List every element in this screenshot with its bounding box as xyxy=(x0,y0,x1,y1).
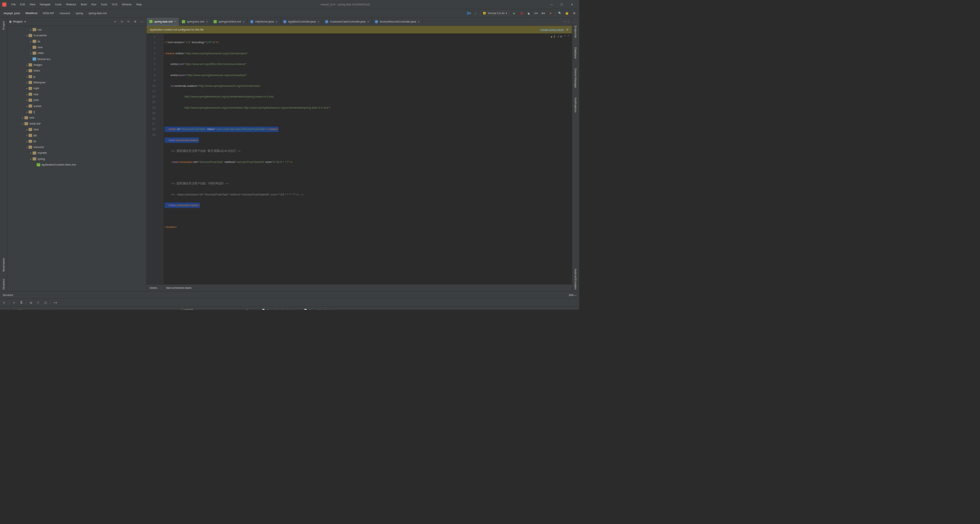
panel-settings-icon[interactable]: ⚙ xyxy=(133,19,138,24)
tree-item-applicationContext-trans-xml[interactable]: applicationContext-trans.xml xyxy=(7,162,146,168)
tree-item-mybatis[interactable]: ▸mybatis xyxy=(7,150,146,156)
tab-overflow-icon[interactable]: ⋯ xyxy=(564,20,566,23)
close-icon[interactable]: × xyxy=(295,309,297,310)
tree-item-favicon-ico[interactable]: favicon.ico xyxy=(7,56,146,62)
sync-icon[interactable]: ↙ xyxy=(473,10,479,16)
breadcrumb-1[interactable]: WebRoot xyxy=(24,11,39,15)
tree-item-print[interactable]: ▸print xyxy=(7,97,146,103)
run-button[interactable]: ▶ xyxy=(511,10,517,16)
menu-file[interactable]: File xyxy=(9,3,18,6)
filter-icon[interactable]: ▽ xyxy=(36,300,41,305)
tree-item-login[interactable]: ▸login xyxy=(7,85,146,91)
tree-item-new[interactable]: new xyxy=(7,44,146,50)
tool-endpoints[interactable]: Endpoints xyxy=(574,24,577,39)
close-tab-icon[interactable]: × xyxy=(318,20,320,23)
services-tree[interactable]: ▾🐱Tomcat Server▾▶Running▾🐱Tomcat 9.0.44 … xyxy=(11,307,178,310)
menu-build[interactable]: Build xyxy=(78,3,89,6)
collapse-all-icon[interactable]: ⇱ xyxy=(126,19,131,24)
select-opened-file-icon[interactable]: ⇥ xyxy=(113,19,118,24)
menu-run[interactable]: Run xyxy=(89,3,99,6)
menu-edit[interactable]: Edit xyxy=(18,3,27,6)
tree-item-jsp[interactable]: ▸jsp xyxy=(7,132,146,138)
console-tab-Server[interactable]: Server xyxy=(243,307,258,310)
tree-item-spring[interactable]: ▾spring xyxy=(7,156,146,162)
menu-refactor[interactable]: Refactor xyxy=(64,3,79,6)
tree-item-css[interactable]: ▸css xyxy=(7,27,146,33)
expand-all-icon[interactable]: ⇲ xyxy=(119,19,124,24)
tool-database[interactable]: Database xyxy=(574,46,577,60)
close-icon[interactable]: × xyxy=(336,309,337,310)
close-tab-icon[interactable]: × xyxy=(243,20,245,23)
profile-button[interactable]: ⊙▾ xyxy=(533,10,539,16)
menu-help[interactable]: Help xyxy=(134,3,144,6)
menu-window[interactable]: Window xyxy=(119,3,134,6)
attach-button[interactable]: ⊕▾ xyxy=(541,10,546,16)
banner-link[interactable]: Create Spring facet xyxy=(540,28,564,31)
tool-project[interactable]: Project xyxy=(2,20,5,31)
search-everywhere-button[interactable]: 🔍 xyxy=(557,10,562,16)
close-tab-icon[interactable]: × xyxy=(206,20,208,23)
ide-updates-icon[interactable]: ⬤ xyxy=(564,10,570,16)
run-configuration-selector[interactable]: 🐱 Tomcat 9.0.44 ▾ xyxy=(480,11,510,16)
breadcrumb-0[interactable]: wxyxpt_jxrm xyxy=(2,11,21,15)
tree-item-liMarquee[interactable]: ▸liMarquee xyxy=(7,80,146,85)
tree-item-H-ui-admin[interactable]: ▾H-ui-admin xyxy=(7,33,146,38)
tree-item-WEB-INF[interactable]: ▾WEB-INF xyxy=(7,121,146,127)
breadcrumb-3[interactable]: resource xyxy=(58,11,72,15)
tree-item-resource[interactable]: ▾resource xyxy=(7,144,146,150)
tree-item-images[interactable]: ▸images xyxy=(7,62,146,68)
inspections-widget[interactable]: ▲ 2 ✔ 6 ˄ ˅ xyxy=(550,35,569,38)
close-tab-icon[interactable]: × xyxy=(418,20,420,23)
menu-view[interactable]: View xyxy=(27,3,38,6)
minimize-button[interactable]: — xyxy=(546,1,557,8)
expand-icon[interactable]: ≡ xyxy=(11,300,16,305)
menu-code[interactable]: Code xyxy=(53,3,64,6)
tab-spring-task-xml[interactable]: spring-task.xml× xyxy=(147,18,179,26)
save-layout-icon[interactable]: ◫ xyxy=(43,300,48,305)
maximize-button[interactable]: ▢ xyxy=(557,1,567,8)
tab-springmvc-xml[interactable]: springmvc.xml× xyxy=(179,18,211,26)
tool-device-manager[interactable]: Device Manager xyxy=(574,67,577,90)
tool-structure[interactable]: Structure xyxy=(2,277,5,291)
tab-springmvchtml-xml[interactable]: springmvchtml.xml× xyxy=(211,18,248,26)
crumb-beans[interactable]: beans xyxy=(150,286,157,290)
add-service-icon[interactable]: + ▾ xyxy=(53,300,58,305)
menu-tools[interactable]: Tools xyxy=(99,3,109,6)
chevron-up-icon[interactable]: ˄ xyxy=(564,35,566,38)
run-service-icon[interactable]: ▶ xyxy=(3,308,8,310)
code-content[interactable]: <?xml version="1.0" encoding="UTF-8"?> <… xyxy=(163,33,572,284)
debug-button[interactable]: 🐞 xyxy=(519,10,524,16)
user-icon[interactable]: 👤▾ xyxy=(466,10,471,16)
project-tree[interactable]: ▸css▾H-ui-admin▸libnew▸staticfavicon.ico… xyxy=(7,26,146,291)
tab-CustomerCaseController-java[interactable]: CustomerCaseController.java× xyxy=(322,18,372,26)
tool-android-emulator[interactable]: Android Emulator xyxy=(574,267,577,291)
tree-item-new[interactable]: ▸new xyxy=(7,91,146,97)
tree-item-lib[interactable]: ▸lib xyxy=(7,138,146,144)
collapse-icon[interactable]: ≣ xyxy=(19,300,24,305)
close-tab-icon[interactable]: × xyxy=(276,20,278,23)
code-editor[interactable]: 12345678910111213141516171819 <?xml vers… xyxy=(147,33,572,284)
coverage-button[interactable]: ▶̲ xyxy=(526,10,531,16)
menu-navigate[interactable]: Navigate xyxy=(38,3,53,6)
menu-vcs[interactable]: VCS xyxy=(109,3,119,6)
banner-settings-icon[interactable]: ⚙ xyxy=(566,28,569,31)
settings-icon[interactable]: ⚙ xyxy=(572,10,577,16)
group-icon[interactable]: ⊞ xyxy=(28,300,33,305)
close-tab-icon[interactable]: × xyxy=(368,20,369,23)
chevron-down-icon[interactable]: ˅ xyxy=(568,35,569,38)
tab-AppBindController-java[interactable]: AppBindController.java× xyxy=(281,18,322,26)
close-window-button[interactable]: ✕ xyxy=(567,1,577,8)
tree-item-html[interactable]: ▸html xyxy=(7,127,146,132)
tree-item-js[interactable]: ▸js xyxy=(7,74,146,80)
tree-item-tj[interactable]: ▸tj xyxy=(7,109,146,115)
tool-bookmarks[interactable]: Bookmarks xyxy=(2,257,5,273)
breadcrumb-5[interactable]: spring-task.xml xyxy=(87,11,108,15)
tool-notifications[interactable]: Notifications xyxy=(574,96,577,114)
tree-item-web[interactable]: ▸web xyxy=(7,115,146,120)
tab-HttpServer-java[interactable]: HttpServer.java× xyxy=(248,18,281,26)
tree-item-static[interactable]: ▸static xyxy=(7,50,146,56)
chevron-down-icon[interactable]: ▾ xyxy=(24,20,26,23)
tree-item-socket[interactable]: ▸socket xyxy=(7,103,146,109)
console-tab-Tomcat-Localhost-Log[interactable]: 📄Tomcat Localhost Log× xyxy=(259,307,300,310)
tab-list-icon[interactable]: ⋮ xyxy=(567,20,570,23)
